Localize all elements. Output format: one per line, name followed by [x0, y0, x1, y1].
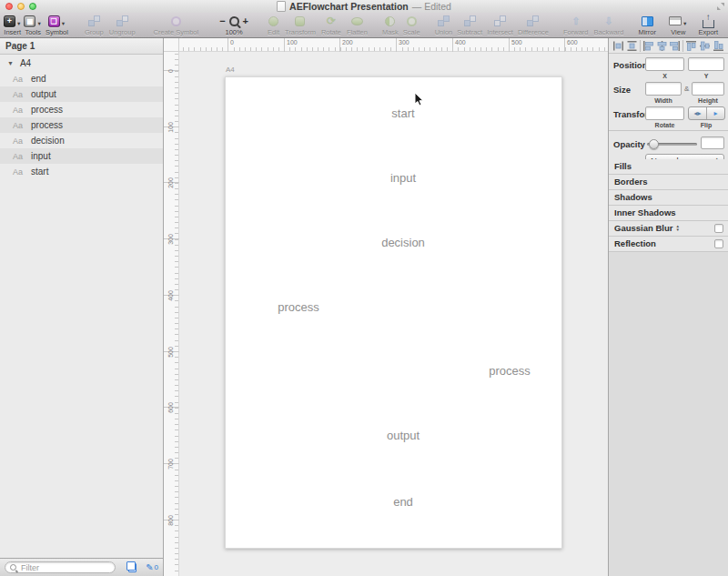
divider	[682, 40, 683, 52]
popup-arrows-icon: ▲▼	[675, 225, 679, 232]
canvas-text-decision[interactable]: decision	[381, 236, 425, 249]
reflection-checkbox[interactable]	[714, 239, 723, 248]
section-reflection[interactable]: Reflection	[609, 237, 728, 252]
transform-button[interactable]: Transform	[285, 14, 316, 36]
intersect-button[interactable]: Intersect	[487, 14, 513, 36]
pages-toggle-icon[interactable]	[128, 563, 137, 572]
gaussian-blur-checkbox[interactable]	[714, 224, 723, 233]
layer-row-output[interactable]: Aa output	[0, 86, 163, 102]
scale-button[interactable]: Scale	[403, 14, 420, 36]
section-fills[interactable]: Fills	[609, 159, 728, 175]
section-inner-shadows[interactable]: Inner Shadows	[609, 206, 728, 221]
rotate-button[interactable]: ⟳ Rotate	[321, 14, 341, 36]
fullscreen-icon[interactable]	[717, 3, 724, 10]
layer-row-end[interactable]: Aa end	[0, 71, 163, 86]
ruler-mark: 600	[564, 38, 578, 52]
chevron-down-icon: ▼	[36, 21, 41, 28]
position-label: Position	[613, 60, 647, 70]
filter-input[interactable]	[19, 562, 114, 573]
layer-row-start[interactable]: Aa start	[0, 164, 163, 179]
position-x-field[interactable]	[645, 57, 684, 71]
ruler-mark: 200	[164, 182, 179, 183]
title-bar: AEFlowchart Presentation — Edited	[0, 0, 728, 14]
canvas-text-end[interactable]: end	[393, 495, 413, 509]
height-axis-label: Height	[692, 97, 724, 104]
canvas[interactable]: A4 start input decision process process …	[179, 52, 608, 576]
mirror-button[interactable]: Mirror	[638, 14, 656, 36]
section-gaussian-blur[interactable]: Gaussian Blur ▲▼	[609, 221, 728, 237]
edit-button[interactable]: Edit	[268, 14, 279, 36]
flip-axis-label: Flip	[688, 122, 724, 128]
flatten-button[interactable]: Flatten	[347, 14, 368, 36]
artboard-title[interactable]: A4	[226, 66, 235, 74]
align-center-horizontal-icon[interactable]	[656, 40, 668, 52]
canvas-text-process[interactable]: process	[278, 300, 319, 314]
create-symbol-button[interactable]: Create Symbol	[154, 14, 199, 36]
disclosure-triangle-icon[interactable]: ▼	[7, 60, 14, 66]
flip-vertical-button[interactable]: ▸	[706, 107, 724, 119]
tools-button[interactable]: ▦▼ Tools	[24, 14, 41, 36]
align-right-icon[interactable]	[669, 40, 681, 52]
align-top-icon[interactable]	[685, 40, 697, 52]
layer-row-decision[interactable]: Aa decision	[0, 133, 163, 148]
canvas-text-input[interactable]: input	[390, 171, 416, 185]
group-button[interactable]: Group	[85, 14, 104, 36]
canvas-text-process[interactable]: process	[489, 364, 531, 378]
layer-row-input[interactable]: Aa input	[0, 148, 163, 164]
align-middle-vertical-icon[interactable]	[699, 40, 711, 52]
distribute-horizontally-icon[interactable]	[612, 40, 624, 52]
mask-button[interactable]: Mask	[382, 14, 399, 36]
chevron-down-icon: ▼	[16, 21, 21, 28]
view-button[interactable]: ▼ View	[669, 14, 687, 36]
style-sections: Fills Borders Shadows Inner Shadows Gaus…	[609, 159, 728, 252]
opacity-value-field[interactable]	[701, 136, 724, 149]
distribute-vertically-icon[interactable]	[626, 40, 638, 52]
canvas-text-start[interactable]: start	[391, 106, 414, 120]
insert-button[interactable]: +▼ Insert	[4, 14, 21, 36]
section-borders[interactable]: Borders	[609, 175, 728, 190]
canvas-text-output[interactable]: output	[387, 429, 420, 442]
artboard-a4[interactable]	[225, 76, 562, 549]
tools-icon: ▦	[24, 15, 35, 27]
insert-icon: +	[4, 15, 15, 27]
text-layer-icon: Aa	[13, 90, 25, 99]
text-layer-icon: Aa	[13, 121, 25, 130]
opacity-slider-knob[interactable]	[649, 139, 659, 149]
magnifier-icon	[229, 16, 239, 26]
transform-icon	[295, 16, 305, 26]
ungroup-button[interactable]: Ungroup	[109, 14, 136, 36]
position-y-field[interactable]	[688, 57, 724, 71]
x-axis-label: X	[645, 73, 684, 79]
flip-horizontal-button[interactable]: ◂▸	[689, 107, 706, 119]
height-field[interactable]	[692, 82, 724, 96]
constrain-proportions-icon[interactable]: &	[684, 85, 689, 93]
ruler-mark: 0	[164, 70, 179, 71]
zoom-out-button[interactable]: −	[217, 15, 228, 27]
ruler-mark: 400	[452, 38, 466, 52]
align-bottom-icon[interactable]	[713, 40, 724, 52]
canvas-area[interactable]: 0 100 200 300 400 500 600 0 100 200 300 …	[164, 38, 608, 576]
union-button[interactable]: Union	[435, 14, 453, 36]
zoom-in-button[interactable]: +	[240, 15, 251, 27]
ruler-mark: 500	[509, 38, 522, 52]
forward-button[interactable]: ⇧ Forward	[563, 14, 589, 36]
subtract-button[interactable]: Subtract	[457, 14, 482, 36]
filter-field[interactable]	[5, 561, 116, 573]
symbol-button[interactable]: ❑▼ Symbol	[46, 14, 68, 36]
pencil-icon[interactable]: ✎	[146, 563, 153, 572]
ruler-mark: 800	[164, 520, 179, 520]
export-button[interactable]: ↑ Export	[698, 14, 718, 36]
layer-row-process[interactable]: Aa process	[0, 117, 163, 133]
rotate-field[interactable]	[645, 106, 684, 120]
section-shadows[interactable]: Shadows	[609, 190, 728, 206]
align-left-icon[interactable]	[642, 40, 654, 52]
flip-segmented-control: ◂▸ ▸	[688, 106, 725, 120]
backward-button[interactable]: ⇩ Backward	[594, 14, 624, 36]
width-field[interactable]	[645, 82, 682, 96]
page-header[interactable]: Page 1	[0, 38, 163, 55]
difference-button[interactable]: Difference	[518, 14, 549, 36]
union-icon	[438, 15, 450, 26]
layer-row-process[interactable]: Aa process	[0, 102, 163, 117]
width-axis-label: Width	[645, 97, 682, 104]
artboard-group-row[interactable]: ▼ A4	[0, 55, 163, 71]
